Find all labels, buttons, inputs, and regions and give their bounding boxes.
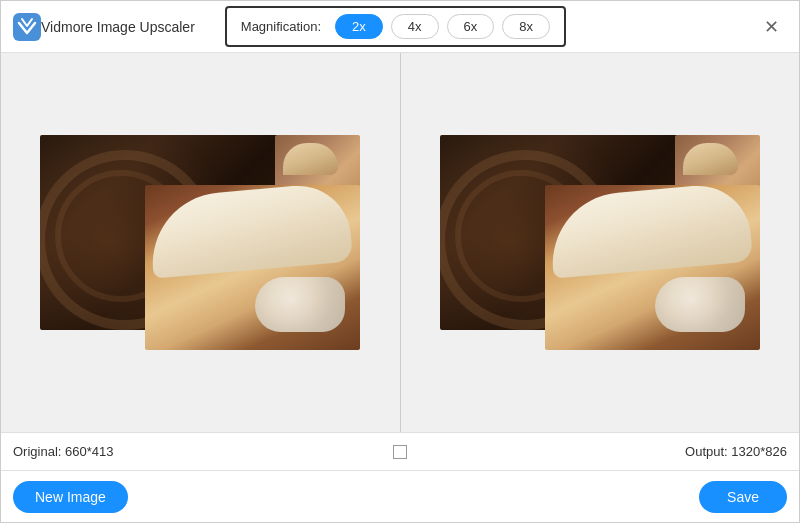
output-image-panel bbox=[401, 53, 800, 432]
original-dimensions: Original: 660*413 bbox=[13, 444, 113, 459]
magnification-toolbar: Magnification: 2x 4x 6x 8x bbox=[225, 6, 566, 47]
panel-divider bbox=[400, 53, 401, 432]
output-dimensions: Output: 1320*826 bbox=[685, 444, 787, 459]
magnification-label: Magnification: bbox=[241, 19, 321, 34]
mag-8x-button[interactable]: 8x bbox=[502, 14, 550, 39]
footer-bar: New Image Save bbox=[1, 470, 799, 522]
title-bar: Vidmore Image Upscaler Magnification: 2x… bbox=[1, 1, 799, 53]
mag-4x-button[interactable]: 4x bbox=[391, 14, 439, 39]
info-bar: Original: 660*413 Output: 1320*826 bbox=[1, 432, 799, 470]
divider-square-icon bbox=[393, 445, 407, 459]
output-flowers-layer bbox=[655, 277, 745, 332]
output-collage bbox=[440, 135, 760, 350]
close-button[interactable]: ✕ bbox=[756, 12, 787, 42]
app-title: Vidmore Image Upscaler bbox=[41, 19, 195, 35]
save-button[interactable]: Save bbox=[699, 481, 787, 513]
mag-6x-button[interactable]: 6x bbox=[447, 14, 495, 39]
mag-2x-button[interactable]: 2x bbox=[335, 14, 383, 39]
app-logo-icon bbox=[13, 13, 41, 41]
new-image-button[interactable]: New Image bbox=[13, 481, 128, 513]
app-window: Vidmore Image Upscaler Magnification: 2x… bbox=[0, 0, 800, 523]
panels-area bbox=[1, 53, 799, 432]
original-image-panel bbox=[1, 53, 400, 432]
original-collage bbox=[40, 135, 360, 350]
flowers-layer bbox=[255, 277, 345, 332]
